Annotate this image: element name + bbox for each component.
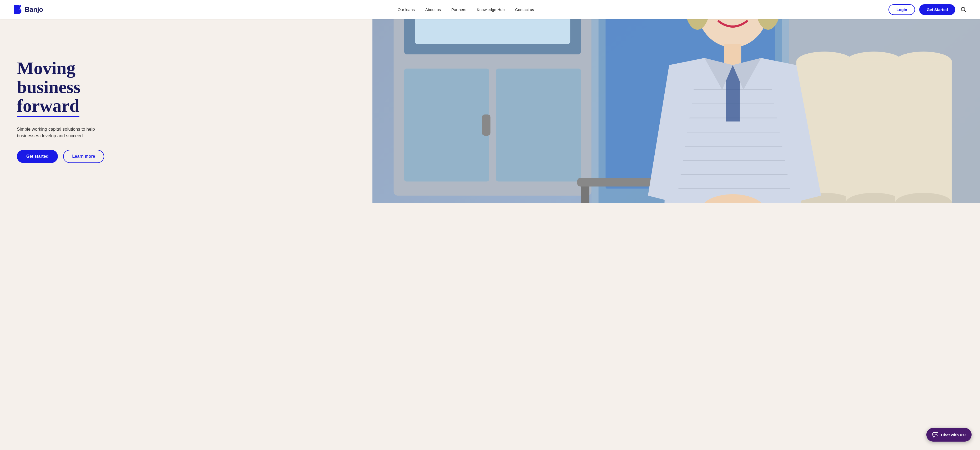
search-icon bbox=[961, 6, 966, 13]
hero-subtext: Simple working capital solutions to help… bbox=[17, 126, 106, 139]
svg-rect-17 bbox=[496, 69, 581, 182]
get-started-nav-button[interactable]: Get Started bbox=[919, 4, 955, 15]
hero-content: Moving business forward Simple working c… bbox=[0, 19, 372, 203]
svg-rect-30 bbox=[895, 62, 952, 203]
hero-background bbox=[372, 19, 980, 203]
hero-section: Moving business forward Simple working c… bbox=[0, 19, 980, 203]
nav-contact-us[interactable]: Contact us bbox=[515, 7, 534, 12]
banjo-logo-icon bbox=[13, 4, 22, 15]
svg-rect-72 bbox=[612, 203, 839, 203]
main-nav: Our loans About us Partners Knowledge Hu… bbox=[398, 7, 534, 12]
learn-more-button[interactable]: Learn more bbox=[63, 150, 104, 163]
header: Banjo Our loans About us Partners Knowle… bbox=[0, 0, 980, 19]
nav-our-loans[interactable]: Our loans bbox=[398, 7, 415, 12]
svg-rect-16 bbox=[404, 69, 489, 182]
hero-heading-line1: Moving bbox=[17, 58, 75, 78]
hero-heading: Moving business forward bbox=[17, 59, 356, 115]
header-actions: Login Get Started bbox=[888, 4, 967, 15]
get-started-hero-button[interactable]: Get started bbox=[17, 150, 58, 163]
hero-heading-line3: forward bbox=[17, 97, 80, 115]
login-button[interactable]: Login bbox=[888, 4, 915, 15]
nav-partners[interactable]: Partners bbox=[451, 7, 466, 12]
hero-heading-line2: business bbox=[17, 77, 81, 97]
hero-buttons: Get started Learn more bbox=[17, 150, 356, 163]
svg-rect-18 bbox=[482, 114, 490, 136]
nav-about-us[interactable]: About us bbox=[425, 7, 441, 12]
logo[interactable]: Banjo bbox=[13, 4, 43, 15]
factory-scene bbox=[372, 19, 980, 203]
nav-knowledge-hub[interactable]: Knowledge Hub bbox=[477, 7, 505, 12]
svg-rect-27 bbox=[846, 62, 902, 203]
svg-rect-7 bbox=[415, 19, 570, 44]
svg-line-2 bbox=[964, 11, 966, 13]
hero-image bbox=[372, 19, 980, 203]
svg-rect-55 bbox=[724, 44, 741, 65]
logo-text: Banjo bbox=[25, 6, 43, 14]
svg-rect-0 bbox=[14, 5, 15, 14]
search-button[interactable] bbox=[959, 6, 967, 13]
